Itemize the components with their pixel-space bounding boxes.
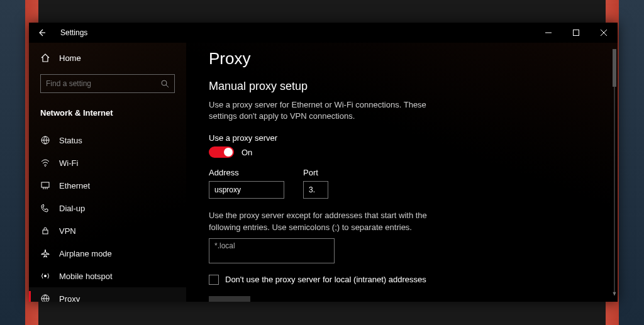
- sidebar-item-label: Status: [59, 136, 82, 145]
- search-input[interactable]: [46, 79, 160, 88]
- scrollbar[interactable]: ▲ ▼: [613, 49, 616, 295]
- exceptions-input[interactable]: *.local: [209, 238, 335, 263]
- back-button[interactable]: [36, 28, 49, 38]
- dialup-icon: [40, 203, 50, 213]
- svg-point-3: [45, 166, 46, 167]
- search-icon: [160, 79, 169, 88]
- use-proxy-toggle[interactable]: [209, 146, 234, 158]
- sidebar-item-label: Mobile hotspot: [59, 272, 113, 281]
- proxy-icon: [40, 294, 50, 302]
- local-bypass-label: Don't use the proxy server for local (in…: [225, 275, 426, 284]
- sidebar-item-label: Ethernet: [59, 181, 90, 190]
- sidebar-item-label: Wi-Fi: [59, 158, 78, 168]
- globe-icon: [40, 135, 50, 145]
- sidebar-item-ethernet[interactable]: Ethernet: [29, 174, 186, 197]
- sidebar-item-label: Dial-up: [59, 204, 85, 213]
- local-bypass-checkbox[interactable]: [209, 275, 219, 285]
- sidebar-item-label: Proxy: [59, 294, 80, 302]
- use-proxy-label: Use a proxy server: [209, 133, 599, 143]
- svg-point-1: [162, 80, 167, 85]
- sidebar-item-label: VPN: [59, 226, 76, 236]
- svg-rect-0: [574, 30, 579, 36]
- close-button[interactable]: [590, 24, 618, 41]
- sidebar-home[interactable]: Home: [29, 49, 186, 67]
- address-label: Address: [209, 168, 284, 177]
- sidebar-category: Network & Internet: [29, 101, 186, 125]
- search-box[interactable]: [40, 74, 175, 93]
- section-description: Use a proxy server for Ethernet or Wi-Fi…: [209, 99, 435, 122]
- window-title: Settings: [60, 28, 87, 37]
- toggle-state-label: On: [242, 148, 252, 157]
- settings-window: Settings Home Network & Internet: [29, 23, 618, 302]
- ethernet-icon: [40, 180, 50, 190]
- port-label: Port: [303, 168, 328, 177]
- airplane-icon: [40, 248, 50, 258]
- save-button[interactable]: Save: [209, 296, 250, 302]
- home-icon: [40, 53, 50, 63]
- scroll-down-icon[interactable]: ▼: [611, 290, 618, 297]
- address-input[interactable]: [209, 181, 284, 199]
- maximize-button[interactable]: [562, 24, 590, 41]
- sidebar-item-airplane[interactable]: Airplane mode: [29, 242, 186, 265]
- sidebar-item-hotspot[interactable]: Mobile hotspot: [29, 265, 186, 287]
- titlebar: Settings: [29, 23, 618, 43]
- sidebar-item-dialup[interactable]: Dial-up: [29, 197, 186, 219]
- minimize-button[interactable]: [535, 24, 562, 41]
- svg-rect-4: [42, 182, 49, 187]
- scrollbar-thumb[interactable]: [613, 49, 616, 87]
- page-title: Proxy: [209, 49, 599, 69]
- sidebar: Home Network & Internet Status Wi-Fi: [29, 43, 186, 302]
- port-input[interactable]: [303, 181, 328, 199]
- hotspot-icon: [40, 271, 50, 281]
- sidebar-item-wifi[interactable]: Wi-Fi: [29, 151, 186, 174]
- vpn-icon: [40, 226, 50, 236]
- sidebar-item-vpn[interactable]: VPN: [29, 219, 186, 242]
- wifi-icon: [40, 158, 50, 168]
- svg-point-6: [44, 275, 47, 277]
- svg-rect-5: [43, 230, 48, 234]
- sidebar-home-label: Home: [59, 53, 81, 63]
- sidebar-item-status[interactable]: Status: [29, 129, 186, 151]
- content-pane: Proxy Manual proxy setup Use a proxy ser…: [186, 43, 618, 302]
- section-title: Manual proxy setup: [209, 80, 599, 93]
- exceptions-description: Use the proxy server except for addresse…: [209, 210, 435, 233]
- sidebar-item-label: Airplane mode: [59, 249, 112, 258]
- sidebar-item-proxy[interactable]: Proxy: [29, 287, 186, 302]
